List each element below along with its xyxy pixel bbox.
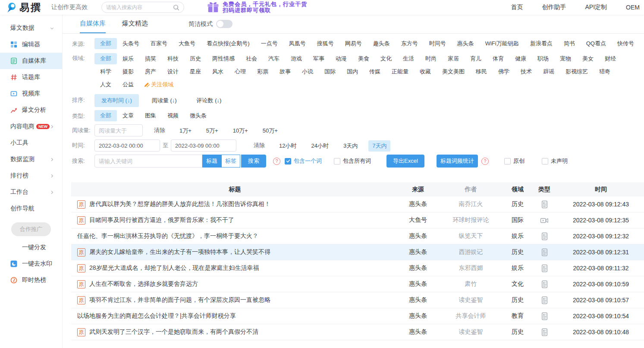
- contains-all-checkbox[interactable]: 包含所有词: [334, 157, 371, 165]
- source-chip[interactable]: 头条号: [117, 38, 145, 49]
- domain-chip[interactable]: 宠物: [554, 53, 577, 64]
- article-title[interactable]: 人生在不断取舍，选择故乡就要舍弃远方: [89, 280, 198, 288]
- type-chip[interactable]: 视频: [162, 110, 184, 121]
- sidebar-item[interactable]: 话题库: [0, 69, 62, 85]
- domain-chip[interactable]: 两性情感: [207, 53, 240, 64]
- source-chip[interactable]: 看点快报(企鹅号): [201, 38, 255, 49]
- domain-chip[interactable]: 猎奇: [594, 66, 616, 77]
- source-chip[interactable]: QQ看点: [581, 38, 612, 49]
- sidebar-item[interactable]: 自媒体库: [0, 53, 62, 69]
- domain-chip[interactable]: 佛学: [493, 66, 515, 77]
- domain-chip[interactable]: 技术: [515, 66, 537, 77]
- domain-chip[interactable]: 美女: [577, 53, 599, 64]
- tab[interactable]: 自媒体库: [80, 15, 106, 33]
- top-nav-item[interactable]: 创作助手: [542, 3, 566, 11]
- reads-quick-option[interactable]: 10万+: [229, 125, 252, 136]
- sidebar-item[interactable]: 爆文数据: [0, 20, 62, 36]
- type-chip[interactable]: 微头条: [184, 110, 212, 121]
- sort-chip[interactable]: 阅读量 (↓): [145, 94, 184, 107]
- sidebar-item[interactable]: 数据监测: [0, 151, 62, 168]
- sidebar-item[interactable]: 视频库: [0, 85, 62, 102]
- source-chip[interactable]: 简书: [558, 38, 581, 49]
- source-chip[interactable]: 趣头条: [368, 38, 396, 49]
- word-frequency-button[interactable]: 标题词频统计: [437, 155, 478, 168]
- article-title[interactable]: 28岁星光大道成名，却抢了别人老公，现在是家庭主妇生活幸福: [89, 264, 259, 272]
- keyword-input[interactable]: [94, 155, 202, 168]
- domain-chip[interactable]: 传媒: [364, 66, 386, 77]
- reads-quick-option[interactable]: 5万+: [202, 125, 222, 136]
- source-chip[interactable]: 百家号: [145, 38, 173, 49]
- sort-chip[interactable]: 发布时间 (↓): [94, 94, 139, 107]
- source-chip[interactable]: 快传号: [612, 38, 640, 49]
- domain-chip[interactable]: 辟谣: [537, 66, 560, 77]
- article-title[interactable]: 目睹同事及同行被西方逼迫，俄罗斯音乐家：我不干了: [89, 216, 234, 224]
- domain-chip[interactable]: 育儿: [465, 53, 487, 64]
- table-row[interactable]: 原 武则天发明了三个汉字，一个是她窃取而来，有两个真假分不清 惠头条 读史鉴智 …: [71, 324, 644, 340]
- source-chip[interactable]: 网易号: [339, 38, 368, 49]
- domain-chip[interactable]: 体育: [487, 53, 509, 64]
- table-row[interactable]: 原 唐代真以胖为美？想穿越的胖美人放弃此想法！几张图告诉你真相！ 惠头条 南乔江…: [71, 196, 644, 212]
- sidebar-item[interactable]: 编辑器: [0, 36, 62, 53]
- source-chip[interactable]: 一点号: [255, 38, 283, 49]
- article-title[interactable]: 唐代真以胖为美？想穿越的胖美人放弃此想法！几张图告诉你真相！: [89, 200, 270, 208]
- domain-chip[interactable]: 家居: [442, 53, 465, 64]
- time-quick-option[interactable]: 3天内: [339, 140, 361, 152]
- article-title[interactable]: 任嘉伦、李一桐出演林玉芬执导的《无忧渡》，李一桐终于要大火？: [77, 232, 258, 240]
- type-chip[interactable]: 图集: [139, 110, 162, 121]
- domain-chip[interactable]: 星座: [184, 66, 207, 77]
- article-title[interactable]: 武则天发明了三个汉字，一个是她窃取而来，有两个真假分不清: [89, 328, 258, 336]
- domain-chip[interactable]: 社会: [240, 53, 263, 64]
- logo[interactable]: 易撰: [6, 1, 42, 14]
- time-quick-option[interactable]: 24小时: [307, 140, 332, 152]
- simple-mode-toggle[interactable]: [216, 20, 232, 28]
- domain-chip[interactable]: 心理: [229, 66, 251, 77]
- domain-chip[interactable]: 美食: [352, 53, 375, 64]
- domain-chip[interactable]: 军事: [308, 53, 330, 64]
- reads-quick-option[interactable]: 50万+: [259, 125, 282, 136]
- follow-domain-link[interactable]: 关注领域: [139, 81, 173, 89]
- source-chip[interactable]: 时间号: [424, 38, 452, 49]
- domain-chip[interactable]: 科技: [162, 53, 184, 64]
- table-row[interactable]: 原 目睹同事及同行被西方逼迫，俄罗斯音乐家：我不干了 大鱼号 环球时报评论 国际: [71, 212, 644, 228]
- domain-chip[interactable]: 国际: [319, 66, 341, 77]
- original-checkbox[interactable]: 原创: [504, 157, 525, 165]
- sidebar-item[interactable]: 即时热榜: [0, 272, 62, 288]
- help-icon[interactable]: ?: [481, 158, 489, 165]
- domain-chip[interactable]: 故事: [274, 66, 296, 77]
- domain-chip[interactable]: 健康: [509, 53, 532, 64]
- header-search-input[interactable]: [106, 4, 173, 10]
- table-row[interactable]: 原 项羽不肯过江东，并非简单的面子问题，有个深层次原因一直被忽略 惠头条 读史鉴…: [71, 292, 644, 308]
- sidebar-item[interactable]: 排行榜: [0, 168, 62, 184]
- domain-chip[interactable]: 设计: [162, 66, 184, 77]
- domain-chip[interactable]: 游戏: [285, 53, 308, 64]
- source-chip[interactable]: 惠头条: [452, 38, 480, 49]
- sidebar-item[interactable]: 工作台: [0, 184, 62, 200]
- time-quick-option[interactable]: 12小时: [275, 140, 300, 152]
- domain-chip[interactable]: 生活: [397, 53, 420, 64]
- contains-one-checkbox[interactable]: 包含一个词: [285, 157, 322, 165]
- reads-clear-link[interactable]: 清除: [154, 127, 165, 134]
- promo-banner[interactable]: 免费会员，千元礼包，行业干货 扫码进群即可领取: [207, 1, 307, 14]
- time-quick-option[interactable]: 7天内: [368, 140, 390, 152]
- domain-chip[interactable]: 收藏: [414, 66, 437, 77]
- undeclared-checkbox[interactable]: 未声明: [542, 157, 568, 165]
- domain-chip[interactable]: 小说: [296, 66, 319, 77]
- help-icon[interactable]: ?: [273, 158, 280, 165]
- search-by-title-button[interactable]: 标题: [202, 155, 221, 168]
- domain-chip[interactable]: 彩票: [251, 66, 274, 77]
- domain-chip[interactable]: 人文: [94, 79, 117, 90]
- table-row[interactable]: 原 屠夫的女儿嫁给皇帝，生出来的太子有一项独特本事，让人哭笑不得 惠头条 西游娱…: [71, 244, 644, 260]
- domain-chip[interactable]: 全部: [94, 53, 117, 64]
- domain-chip[interactable]: 公益: [117, 79, 139, 90]
- table-row[interactable]: 原 28岁星光大道成名，却抢了别人老公，现在是家庭主妇生活幸福 惠头条 东邪西媚…: [71, 260, 644, 276]
- table-row[interactable]: 任嘉伦、李一桐出演林玉芬执导的《无忧渡》，李一桐终于要大火？ 惠头条 纵览天下 …: [71, 228, 644, 244]
- domain-chip[interactable]: 时尚: [420, 53, 442, 64]
- source-chip[interactable]: 全部: [94, 38, 117, 49]
- domain-chip[interactable]: 正能量: [386, 66, 414, 77]
- domain-chip[interactable]: 汽车: [263, 53, 285, 64]
- top-nav-item[interactable]: 首页: [511, 3, 523, 11]
- sidebar-item[interactable]: 一键去水印: [0, 256, 62, 272]
- sidebar-item[interactable]: 一键分发: [0, 239, 62, 256]
- domain-chip[interactable]: 国内: [341, 66, 364, 77]
- source-chip[interactable]: 东方号: [396, 38, 424, 49]
